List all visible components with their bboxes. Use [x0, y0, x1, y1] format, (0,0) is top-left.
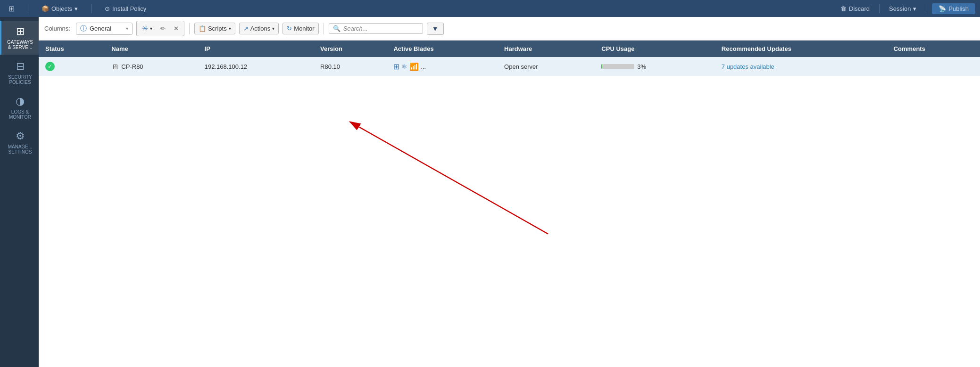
cell-name: 🖥 CP-R80 — [105, 57, 198, 76]
table-container: Status Name IP Version Active Blades Har… — [39, 41, 980, 367]
col-active-blades: Active Blades — [387, 41, 498, 57]
annotation-arrow — [39, 41, 980, 367]
updates-link[interactable]: 7 updates available — [722, 63, 774, 70]
monitor-icon: ↻ — [287, 25, 292, 32]
discard-icon: 🗑 — [840, 5, 847, 12]
install-policy-icon: ⊙ — [105, 5, 110, 12]
install-policy-label: Install Policy — [112, 5, 146, 12]
col-status: Status — [39, 41, 105, 57]
search-input[interactable] — [343, 25, 419, 32]
col-cpu-usage: CPU Usage — [595, 41, 714, 57]
new-star-icon: ✳ — [142, 24, 148, 33]
content-area: Columns: ⓘ General ▾ ✳ ▾ ✏ ✕ — [39, 17, 980, 367]
objects-cube-icon: 📦 — [42, 5, 49, 12]
separator-2 — [91, 4, 91, 13]
install-policy-button[interactable]: ⊙ Install Policy — [101, 3, 150, 14]
cell-active-blades: ⊞ ⚛ 📶 ... — [387, 57, 498, 76]
gateways-icon: ⊞ — [16, 25, 25, 38]
device-name-label: CP-R80 — [121, 63, 143, 70]
columns-info-icon: ⓘ — [80, 24, 87, 33]
sidebar-item-gateways[interactable]: ⊞ GATEWAYS & SERVE... — [0, 21, 39, 55]
col-recommended-updates: Recommended Updates — [715, 41, 887, 57]
columns-chevron: ▾ — [126, 26, 128, 31]
col-ip: IP — [198, 41, 314, 57]
col-version: Version — [314, 41, 387, 57]
objects-menu[interactable]: 📦 Objects ▾ — [38, 3, 82, 14]
top-bar: ⊞ 📦 Objects ▾ ⊙ Install Policy 🗑 Discard… — [0, 0, 980, 17]
separator-1 — [28, 4, 28, 13]
cell-version: R80.10 — [314, 57, 387, 76]
logs-icon: ◑ — [16, 95, 25, 107]
menu-button[interactable]: ⊞ — [5, 2, 18, 15]
monitor-label: Monitor — [294, 25, 314, 32]
separator-3 — [879, 4, 880, 13]
discard-button[interactable]: 🗑 Discard — [837, 3, 873, 14]
cell-hardware: Open server — [498, 57, 595, 76]
columns-general-label: General — [90, 25, 111, 32]
main-layout: ⊞ GATEWAYS & SERVE... ⊟ SECURITY POLICIE… — [0, 17, 980, 367]
gateways-table: Status Name IP Version Active Blades Har… — [39, 41, 980, 76]
search-icon: 🔍 — [333, 25, 341, 32]
ip-value: 192.168.100.12 — [205, 63, 247, 70]
session-chevron: ▾ — [913, 5, 916, 12]
monitor-button[interactable]: ↻ Monitor — [282, 23, 318, 34]
cell-comments — [887, 57, 980, 76]
actions-label: Actions — [250, 25, 271, 32]
manage-icon: ⚙ — [16, 130, 25, 142]
scripts-button[interactable]: 📋 Scripts ▾ — [194, 23, 235, 34]
discard-label: Discard — [849, 5, 870, 12]
version-value: R80.10 — [320, 63, 340, 70]
device-name: 🖥 CP-R80 — [111, 63, 143, 71]
scripts-icon: 📋 — [199, 25, 206, 32]
objects-chevron: ▾ — [75, 5, 78, 12]
pencil-icon: ✏ — [160, 25, 166, 32]
separator-4 — [926, 4, 926, 13]
cpu-bar-track — [601, 64, 634, 69]
col-hardware: Hardware — [498, 41, 595, 57]
hardware-value: Open server — [504, 63, 538, 70]
actions-chevron: ▾ — [272, 26, 274, 31]
new-chevron: ▾ — [150, 26, 152, 31]
filter-icon: ▼ — [432, 25, 439, 33]
table-header-row: Status Name IP Version Active Blades Har… — [39, 41, 980, 57]
device-type-icon: 🖥 — [111, 63, 118, 71]
top-bar-right: 🗑 Discard Session ▾ 📡 Publish — [837, 3, 975, 14]
active-blades-container: ⊞ ⚛ 📶 ... — [393, 62, 491, 71]
actions-icon: ↗ — [243, 25, 249, 32]
close-icon: ✕ — [174, 25, 179, 32]
cell-ip: 192.168.100.12 — [198, 57, 314, 76]
publish-button[interactable]: 📡 Publish — [932, 3, 975, 14]
manage-label: MANAGE... SETTINGS — [8, 144, 33, 155]
actions-button[interactable]: ↗ Actions ▾ — [239, 23, 279, 34]
sidebar-item-security-policies[interactable]: ⊟ SECURITY POLICIES — [0, 56, 39, 90]
scripts-label: Scripts — [208, 25, 227, 32]
edit-button[interactable]: ✏ — [157, 23, 169, 34]
sidebar-item-manage-settings[interactable]: ⚙ MANAGE... SETTINGS — [0, 125, 39, 159]
publish-label: Publish — [948, 5, 969, 12]
menu-icon: ⊞ — [8, 4, 15, 13]
table-row[interactable]: ✓ 🖥 CP-R80 192.168.100.12 R80.1 — [39, 57, 980, 76]
toolbar-sep-1 — [189, 23, 190, 34]
objects-label: Objects — [51, 5, 72, 12]
blade-wifi-icon: 📶 — [409, 62, 419, 71]
toolbar-sep-2 — [324, 23, 324, 34]
security-icon: ⊟ — [16, 60, 25, 73]
security-label: SECURITY POLICIES — [8, 74, 32, 85]
cpu-percent-label: 3% — [637, 63, 646, 70]
session-button[interactable]: Session ▾ — [885, 3, 920, 14]
delete-button[interactable]: ✕ — [170, 23, 182, 34]
columns-select[interactable]: ⓘ General ▾ — [76, 23, 133, 35]
new-object-button[interactable]: ✳ ▾ — [139, 22, 156, 35]
svg-line-1 — [350, 122, 548, 234]
col-name: Name — [105, 41, 198, 57]
toolbar: Columns: ⓘ General ▾ ✳ ▾ ✏ ✕ — [39, 17, 980, 41]
cpu-bar-fill — [601, 64, 602, 69]
cell-cpu-usage: 3% — [595, 57, 714, 76]
status-ok-icon: ✓ — [45, 62, 55, 71]
blade-more-icon[interactable]: ... — [421, 63, 426, 70]
filter-button[interactable]: ▼ — [427, 23, 444, 35]
sidebar: ⊞ GATEWAYS & SERVE... ⊟ SECURITY POLICIE… — [0, 17, 39, 367]
sidebar-item-logs-monitor[interactable]: ◑ LOGS & MONITOR — [0, 90, 39, 124]
cell-status: ✓ — [39, 57, 105, 76]
col-comments: Comments — [887, 41, 980, 57]
